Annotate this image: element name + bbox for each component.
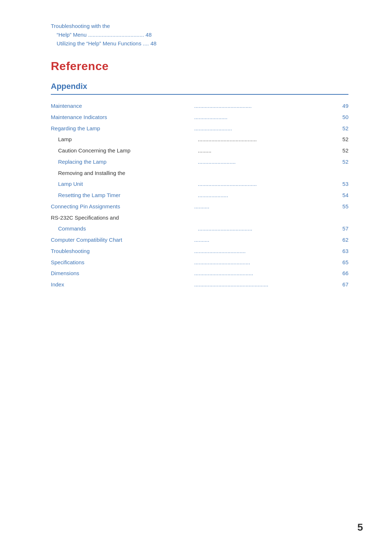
toc-item-regarding-lamp[interactable]: Regarding the Lamp .....................…	[51, 123, 348, 134]
toc-dots-index: ........................................…	[193, 279, 338, 290]
toc-page-lamp: 52	[338, 134, 348, 145]
reference-heading: Reference	[51, 60, 348, 73]
toc-item-index[interactable]: Index ..................................…	[51, 279, 348, 290]
toc-page-computer-compatibility: 62	[338, 234, 348, 246]
toc-item-maintenance-indicators[interactable]: Maintenance Indicators .................…	[51, 112, 348, 123]
toc-label-regarding-lamp: Regarding the Lamp	[51, 123, 193, 134]
toc-label-caution-lamp: Caution Concerning the Lamp	[58, 145, 196, 156]
toc-item-rs232c[interactable]: RS-232C Specifications and Commands ....…	[51, 212, 348, 235]
toc-label-troubleshooting: Troubleshooting	[51, 246, 193, 257]
toc-page-maintenance: 49	[338, 101, 348, 112]
toc-item-dimensions[interactable]: Dimensions .............................…	[51, 268, 348, 279]
help-menu-subtitle-page: 48	[150, 40, 156, 46]
toc-label-connecting-pin: Connecting Pin Assignments	[51, 201, 193, 212]
toc-item-troubleshooting[interactable]: Troubleshooting ........................…	[51, 246, 348, 257]
toc-dots-regarding-lamp: .........................	[193, 123, 338, 134]
toc-label-removing-lamp-line1: Removing and Installing the	[58, 168, 125, 179]
toc-dots-troubleshooting: ..................................	[193, 246, 338, 257]
toc-label-maintenance-indicators: Maintenance Indicators	[51, 112, 193, 123]
toc-dots-maintenance-indicators: ......................	[193, 112, 338, 123]
toc-label-rs232c-line2: Commands	[51, 223, 196, 234]
toc-item-maintenance[interactable]: Maintenance ............................…	[51, 101, 348, 112]
toc-dots-caution-lamp: .........	[196, 145, 338, 156]
toc-label-maintenance: Maintenance	[51, 101, 193, 112]
toc-dots-replacing-lamp: .........................	[196, 156, 338, 168]
toc-dots-specifications: .....................................	[193, 257, 338, 268]
toc-page-maintenance-indicators: 50	[338, 112, 348, 123]
toc-dots-dimensions: .......................................	[193, 268, 338, 279]
toc-page-specifications: 65	[338, 257, 348, 268]
toc-item-removing-lamp[interactable]: Removing and Installing the Lamp Unit ..…	[51, 168, 348, 190]
toc-item-resetting-lamp[interactable]: Resetting the Lamp Timer ...............…	[51, 190, 348, 201]
help-menu-subtitle: Utilizing the “Help” Menu Functions ....…	[57, 40, 156, 46]
toc-label-lamp: Lamp	[58, 134, 196, 145]
toc-page-dimensions: 66	[338, 268, 348, 279]
toc-item-replacing-lamp[interactable]: Replacing the Lamp .....................…	[51, 156, 348, 168]
help-menu-title-line2: “Help” Menu ............................…	[57, 32, 152, 38]
toc-dots-connecting-pin: ..........	[193, 201, 338, 212]
toc-label-computer-compatibility: Computer Compatibility Chart	[51, 234, 193, 246]
toc-page-replacing-lamp: 52	[338, 156, 348, 168]
toc-page-troubleshooting: 63	[338, 246, 348, 257]
toc-page-index: 67	[338, 279, 348, 290]
toc-label-index: Index	[51, 279, 193, 290]
page-number: 5	[357, 522, 363, 533]
toc-page-caution-lamp: 52	[338, 145, 348, 156]
toc-label-resetting-lamp: Resetting the Lamp Timer	[58, 190, 196, 201]
toc-dots-maintenance: ......................................	[193, 101, 338, 112]
toc-page-resetting-lamp: 54	[338, 190, 348, 201]
toc-page-regarding-lamp: 52	[338, 123, 348, 134]
toc-label-dimensions: Dimensions	[51, 268, 193, 279]
toc-item-specifications[interactable]: Specifications .........................…	[51, 257, 348, 268]
toc-label-replacing-lamp: Replacing the Lamp	[58, 156, 196, 168]
toc-dots-lamp: .......................................	[196, 134, 338, 145]
toc-dots-resetting-lamp: ....................	[196, 190, 338, 201]
toc-item-connecting-pin[interactable]: Connecting Pin Assignments .......... 55	[51, 201, 348, 212]
toc-page-connecting-pin: 55	[338, 201, 348, 212]
toc-label-specifications: Specifications	[51, 257, 193, 268]
troubleshooting-with-help: Troubleshooting with the “Help” Menu ...…	[51, 22, 348, 48]
toc-page-rs232c: 57	[338, 223, 348, 234]
toc-label-rs232c-line1: RS-232C Specifications and	[51, 212, 119, 224]
appendix-heading: Appendix	[51, 82, 348, 95]
reference-section: Reference Appendix Maintenance .........…	[51, 60, 348, 290]
toc-list: Maintenance ............................…	[51, 101, 348, 290]
toc-dots-rs232c: ....................................	[196, 223, 338, 234]
toc-item-lamp[interactable]: Lamp ...................................…	[51, 134, 348, 145]
toc-dots-removing-lamp: .......................................	[196, 179, 338, 190]
help-menu-page: 48	[146, 32, 152, 38]
toc-dots-computer-compatibility: ..........	[193, 234, 338, 246]
help-menu-title-line1: Troubleshooting with the	[51, 22, 348, 30]
toc-label-removing-lamp-line2: Lamp Unit	[58, 179, 196, 190]
help-menu-dots: .....................................	[88, 32, 144, 38]
toc-page-removing-lamp: 53	[338, 179, 348, 190]
toc-item-caution-lamp[interactable]: Caution Concerning the Lamp ......... 52	[51, 145, 348, 156]
toc-item-computer-compatibility[interactable]: Computer Compatibility Chart .......... …	[51, 234, 348, 246]
